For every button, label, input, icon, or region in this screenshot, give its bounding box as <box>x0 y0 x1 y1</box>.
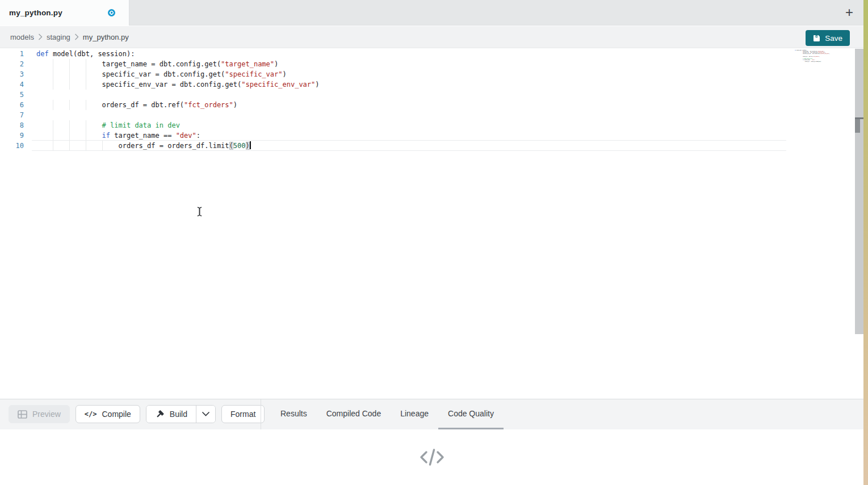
line-number: 7 <box>0 110 24 120</box>
table-icon <box>18 410 27 419</box>
action-buttons: Preview </> Compile Bui <box>9 405 265 423</box>
code-placeholder-icon <box>419 448 445 467</box>
line-number: 9 <box>0 130 24 141</box>
build-button-label: Build <box>170 410 187 419</box>
save-icon <box>813 35 820 42</box>
compile-button-label: Compile <box>102 410 131 419</box>
save-button-label: Save <box>825 34 842 43</box>
code-line[interactable]: 3specific_var = dbt.config.get("specific… <box>0 69 786 79</box>
code-line[interactable]: 2target_name = dbt.config.get("target_na… <box>0 59 786 69</box>
preview-button-label: Preview <box>32 410 61 419</box>
mouse-ibeam-cursor <box>196 206 203 219</box>
chevron-right-icon <box>38 33 43 40</box>
file-tab-my-python[interactable]: my_python.py <box>0 0 129 26</box>
line-number: 5 <box>0 90 24 100</box>
line-number: 1 <box>0 49 24 59</box>
tab-compiled-code[interactable]: Compiled Code <box>317 399 391 429</box>
build-button[interactable]: Build <box>146 406 196 423</box>
line-number: 10 <box>0 141 24 151</box>
line-number: 8 <box>0 120 24 130</box>
code-line[interactable]: 4specific_env_var = dbt.config.get("spec… <box>0 79 786 90</box>
breadcrumb-bar: models staging my_python.py Save <box>0 26 863 48</box>
code-editor[interactable]: 1def model(dbt, session):2target_name = … <box>0 49 863 399</box>
chevron-down-icon <box>202 412 209 416</box>
tab-bar: my_python.py + <box>0 0 863 26</box>
build-split-button: Build <box>146 405 216 423</box>
code-text: if target_name == "dev": <box>36 130 200 141</box>
code-text: orders_df = orders_df.limit(500) <box>36 141 251 151</box>
format-button[interactable]: Format <box>221 405 265 423</box>
results-panel <box>0 429 863 485</box>
code-text: orders_df = dbt.ref("fct_orders") <box>36 100 237 110</box>
code-line[interactable]: 8# limit data in dev <box>0 120 786 130</box>
format-button-label: Format <box>230 410 255 419</box>
unsaved-changes-dot-icon <box>108 9 115 16</box>
code-line[interactable]: 5 <box>0 90 786 100</box>
chevron-right-icon <box>74 33 79 40</box>
code-icon: </> <box>85 410 97 418</box>
code-line[interactable]: 1def model(dbt, session): <box>0 49 786 59</box>
breadcrumb-item-staging[interactable]: staging <box>47 33 70 41</box>
code-line[interactable]: 10orders_df = orders_df.limit(500) <box>0 141 786 151</box>
ide-window: my_python.py + models staging my_python.… <box>0 0 868 485</box>
bottom-toolbar: Preview </> Compile Bui <box>0 399 863 429</box>
code-text: # limit data in dev <box>36 120 180 130</box>
breadcrumb: models staging my_python.py <box>10 26 129 48</box>
screen-edge-strip <box>863 0 868 485</box>
code-lines: 1def model(dbt, session):2target_name = … <box>0 49 863 151</box>
build-dropdown-button[interactable] <box>196 406 215 423</box>
line-number: 4 <box>0 79 24 90</box>
line-number: 2 <box>0 59 24 69</box>
code-line[interactable]: 7 <box>0 110 786 120</box>
line-number: 6 <box>0 100 24 110</box>
code-text: def model(dbt, session): <box>36 49 135 59</box>
minimap-content: def model(dbt, session):target_name = db… <box>795 49 853 62</box>
code-line[interactable]: 9if target_name == "dev": <box>0 130 786 141</box>
breadcrumb-item-models[interactable]: models <box>10 33 34 41</box>
code-text: target_name = dbt.config.get("target_nam… <box>36 59 278 69</box>
save-button[interactable]: Save <box>806 30 850 46</box>
editor-scrollbar[interactable] <box>855 49 863 334</box>
scrollbar-thumb[interactable] <box>855 119 860 133</box>
breadcrumb-item-file[interactable]: my_python.py <box>83 33 129 41</box>
code-line[interactable]: 6orders_df = dbt.ref("fct_orders") <box>0 100 786 110</box>
toolbar-divider <box>261 399 261 429</box>
line-number: 3 <box>0 69 24 79</box>
tab-results[interactable]: Results <box>271 399 317 429</box>
file-tab-title: my_python.py <box>9 9 62 17</box>
tab-code-quality[interactable]: Code Quality <box>438 399 504 429</box>
preview-button[interactable]: Preview <box>9 405 70 423</box>
tab-lineage[interactable]: Lineage <box>391 399 438 429</box>
minimap[interactable]: def model(dbt, session):target_name = db… <box>795 49 857 75</box>
new-tab-button[interactable]: + <box>842 5 857 20</box>
code-text: specific_var = dbt.config.get("specific_… <box>36 69 287 79</box>
code-text: specific_env_var = dbt.config.get("speci… <box>36 79 320 90</box>
result-tabs: Results Compiled Code Lineage Code Quali… <box>271 399 504 429</box>
text-caret <box>250 141 251 149</box>
hammer-icon <box>155 410 165 419</box>
compile-button[interactable]: </> Compile <box>76 405 140 423</box>
